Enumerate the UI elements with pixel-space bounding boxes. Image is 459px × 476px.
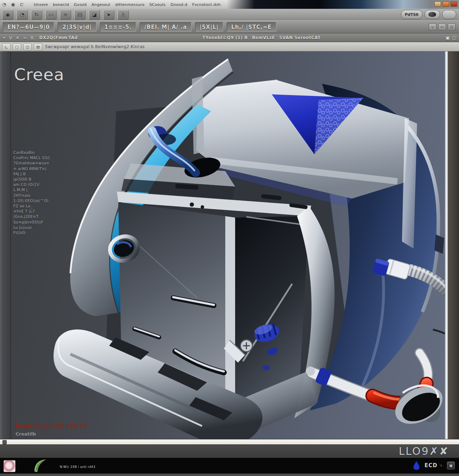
menu-item[interactable]: bonecid — [53, 2, 69, 7]
pdts-button[interactable]: PdTS6 — [401, 10, 422, 19]
window-button-close[interactable] — [451, 1, 457, 7]
toolbar-view-icon[interactable]: ◫ — [23, 43, 32, 51]
toolbar-view-label[interactable]: Swcwpxapr wewagal b BeiNveowlwng2 Kincas — [45, 44, 145, 49]
toolbar-icon[interactable]: ◔ — [17, 10, 28, 20]
toolbar-group-button[interactable]: EN?—6U—9|0 — [3, 22, 54, 32]
tree-item[interactable]: FZ ao La_ — [13, 203, 50, 208]
message-line-1: Bodie Entris NE 116 1Y — [15, 423, 88, 430]
corner-watermark: LLO9✗✘ — [399, 445, 449, 457]
toolbar-edit-icon[interactable]: • — [3, 35, 6, 40]
tree-item[interactable]: ≡.arNO 88W/T≡| — [13, 166, 50, 171]
tree-item[interactable]: (Gno,J2EE≡T. — [13, 214, 50, 219]
toolbar-feature-groups: EN?—6U—9|02|3S|v|d|1≡≡≡-5./BEl. M| A/ .a… — [3, 22, 276, 32]
toolbar-group-button[interactable]: Lh,/ |STC,≈E — [227, 22, 276, 32]
viewport-right-separator — [445, 51, 448, 439]
tree-item[interactable]: Cnaft≡| MACL S3/| — [13, 155, 50, 160]
toolbar-view-icon[interactable]: ◺ — [2, 43, 11, 51]
toolbar-group-button[interactable]: |5X|L| — [195, 22, 223, 32]
logo-oval-icon — [428, 12, 436, 17]
menu-item[interactable]: Fvcnotoct.dsh — [192, 2, 221, 7]
menu-bar-icon[interactable]: ◔ — [2, 1, 6, 8]
edge-button[interactable] — [442, 10, 456, 19]
toolbar-view-icon[interactable]: ▢ — [13, 43, 21, 51]
tree-item[interactable]: am CO (O(2)/ — [13, 182, 50, 187]
toolbar-group-button[interactable]: 1≡≡≡-5. — [100, 22, 137, 32]
tree-item[interactable]: So≡g|bi≡EO)|P — [13, 220, 50, 225]
system-tray: ECD 's ▣ — [413, 461, 455, 470]
toolbar-edit-icon[interactable]: V — [9, 35, 12, 40]
toolbar-edit-window-icon[interactable]: ▣ — [445, 35, 449, 40]
toolbar-main-icons: ◉◔↻▭≡▤◪➤♙ — [2, 10, 129, 20]
tree-item[interactable]: Lu Ju|uuo — [13, 225, 50, 230]
toolbar-icon[interactable]: ◉ — [2, 10, 13, 20]
lower-band: LLO9✗✘ — [0, 444, 459, 458]
menu-item[interactable]: SCoouls — [149, 2, 165, 7]
tray-window-icon[interactable]: ▣ — [447, 462, 455, 469]
toolbar-icon[interactable]: ▤ — [74, 10, 86, 20]
menu-item[interactable]: Gnosd.d — [170, 2, 187, 7]
taskbar-app-icon[interactable] — [4, 460, 15, 472]
toolbar-edit-label[interactable]: DX2Q(Fmm'fAd — [39, 35, 77, 40]
menu-item[interactable]: Angesoul — [92, 2, 110, 7]
toolbar-icon[interactable]: ↻ — [31, 10, 42, 20]
menu-items: UnserebonecidGvozdAngesouldittenmessuroS… — [34, 1, 221, 8]
brand-watermark: Creea — [14, 65, 64, 84]
toolbar-view-icon[interactable]: ▤ — [34, 43, 42, 51]
toolbar-view-icons: ◺▢◫▤ — [2, 43, 42, 51]
toolbar-small-icon[interactable]: ◳ — [448, 23, 455, 30]
tree-item[interactable]: 7Gmahkow≡wsa≡ — [13, 161, 50, 165]
toolbar-edit-right-label-1[interactable]: BemVLzE — [252, 35, 275, 40]
tree-item[interactable]: |p(SOD B — [13, 177, 50, 182]
viewport-right-margin — [448, 51, 459, 439]
toolbar-group-button[interactable]: /BEl. M| A/ .a — [140, 22, 191, 32]
window-button-restore[interactable] — [442, 1, 449, 7]
toolbar-edit-window-icon[interactable]: ◫ — [452, 35, 456, 40]
logo-button[interactable] — [425, 10, 440, 19]
toolbar-view: ◺▢◫▤ Swcwpxapr wewagal b BeiNveowlwng2 K… — [0, 42, 459, 51]
toolbar-main: ◉◔↻▭≡▤◪➤♙ PdTS6 — [0, 9, 459, 20]
toolbar-icon[interactable]: ◪ — [89, 10, 100, 20]
toolbar-icon[interactable]: ▭ — [45, 10, 57, 20]
tree-item[interactable]: ≡f≡E T |L7 — [13, 209, 50, 214]
toolbar-edit-icon[interactable]: ≈ — [23, 35, 27, 40]
menu-item[interactable]: Unsere — [34, 2, 48, 7]
viewport-left-margin — [0, 51, 11, 439]
toolbar-small-icon[interactable]: ▭ — [438, 23, 446, 30]
titlebar-gradient — [227, 0, 459, 9]
cad-application-window: ◔◉⊏ UnserebonecidGvozdAngesouldittenmess… — [0, 0, 459, 476]
status-icon[interactable] — [2, 440, 7, 444]
toolbar-group-button[interactable]: 2|3S|v|d| — [58, 22, 96, 32]
menu-bar-icon[interactable]: ◉ — [11, 1, 15, 8]
toolbar-edit-icon[interactable]: B. — [30, 35, 35, 40]
tree-item[interactable]: 1:20|-EEO)|a(™O) — [13, 198, 50, 203]
toolbar-small-icon[interactable]: ▫ — [429, 23, 436, 30]
blue-drop-icon[interactable] — [413, 461, 420, 470]
toolbar-edit-icons: •V✕≈B. — [3, 35, 35, 40]
green-swoosh-icon[interactable] — [33, 459, 48, 473]
window-button-minimize[interactable] — [434, 1, 441, 7]
menu-item[interactable]: Gvozd — [74, 2, 87, 7]
tray-label: ECD — [425, 462, 438, 469]
toolbar-edit-right-label-2[interactable]: SVAN SereetCAT — [279, 35, 321, 40]
3d-model-canvas[interactable] — [0, 51, 459, 439]
tree-item[interactable]: FU|VO — [13, 230, 50, 235]
titlebar: ◔◉⊏ UnserebonecidGvozdAngesouldittenmess… — [0, 0, 459, 9]
toolbar-edit-right-icons: ▣◫ — [445, 35, 456, 40]
toolbar-edit-icon[interactable]: ✕ — [16, 35, 20, 40]
graphics-viewport[interactable]: Creea CanBxaBioCnaft≡| MACL S3/|7Gmahkow… — [0, 51, 459, 439]
taskbar-status-text: N-W(r 2XB i anti rd43 — [60, 465, 95, 469]
toolbar-icon[interactable]: ≡ — [60, 10, 71, 20]
toolbar-feature: EN?—6U—9|02|3S|v|d|1≡≡≡-5./BEl. M| A/ .a… — [0, 20, 459, 33]
menu-bar-icon[interactable]: ⊏ — [20, 1, 24, 8]
tree-item[interactable]: L.M,M | — [13, 187, 50, 192]
toolbar-icon[interactable]: ♙ — [118, 10, 129, 20]
toolbar-icon[interactable]: ➤ — [103, 10, 114, 20]
menu-item[interactable]: dittenmessuro — [115, 2, 144, 7]
tree-item[interactable]: FAJ J.B — [13, 171, 50, 176]
menu-bar: ◔◉⊏ — [2, 1, 24, 8]
tree-item[interactable]: CanBxaBio — [13, 150, 50, 155]
window-buttons — [434, 1, 457, 7]
tree-item[interactable]: 2HT≡aio — [13, 193, 50, 198]
toolbar-main-right: PdTS6 — [401, 10, 456, 19]
toolbar-edit-mid-label[interactable]: TYonebl©Q9 (1) B — [202, 35, 248, 40]
